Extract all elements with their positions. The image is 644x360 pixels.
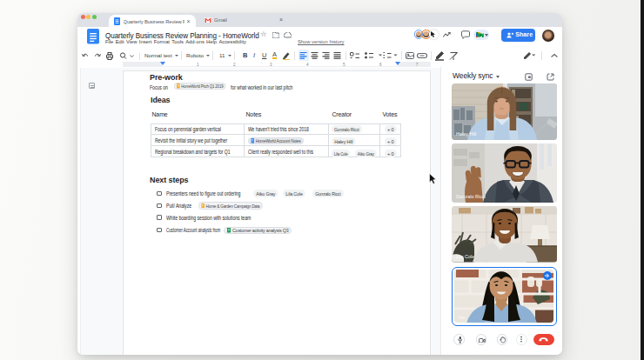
svg-text:Gonzalo Ricci: Gonzalo Ricci bbox=[456, 194, 486, 199]
svg-text:Lila Cole: Lila Cole bbox=[456, 254, 474, 259]
svg-text:You: You bbox=[458, 315, 466, 320]
svg-text:Haley Hill: Haley Hill bbox=[456, 131, 476, 137]
